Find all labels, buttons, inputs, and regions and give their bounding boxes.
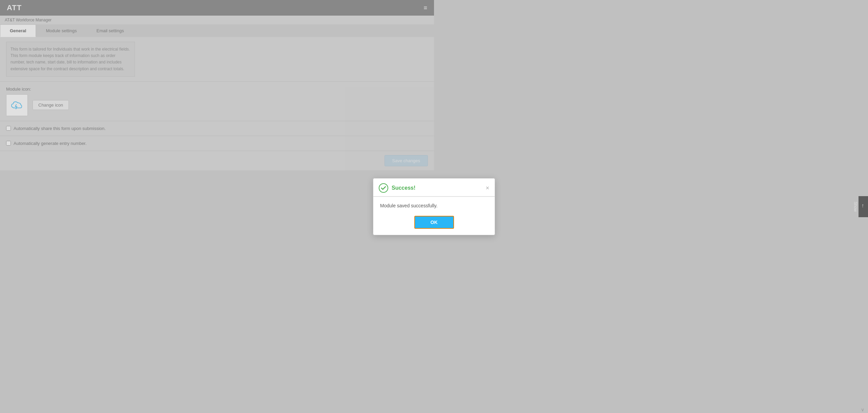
modal-header: Success! × — [373, 179, 434, 196]
modal-message: Module saved successfully. — [380, 203, 434, 207]
modal-title: Success! — [392, 185, 415, 191]
svg-point-0 — [379, 184, 388, 192]
modal-body: Module saved successfully. — [373, 197, 434, 207]
success-modal: Success! × Module saved successfully. OK — [373, 178, 434, 207]
success-checkmark-icon — [379, 183, 388, 193]
modal-overlay: Success! × Module saved successfully. OK — [0, 0, 434, 206]
modal-header-left: Success! — [379, 183, 415, 193]
